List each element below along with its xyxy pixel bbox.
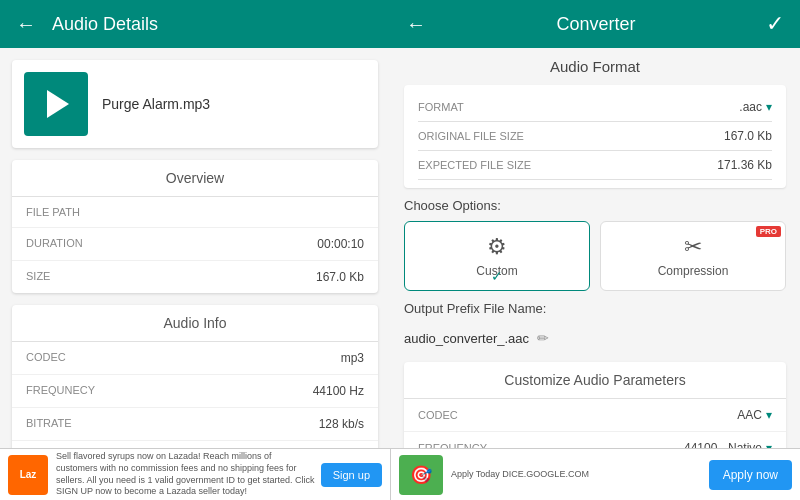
customize-section: Customize Audio Parameters CODEC AAC ▾ F… <box>404 362 786 448</box>
bitrate-label: BITRATE <box>26 417 72 431</box>
bitrate-row: BITRATE 128 kb/s <box>12 408 378 441</box>
ad-image: 🎯 <box>399 455 443 495</box>
format-section: FORMAT .aac ▾ ORIGINAL FILE SIZE 167.0 K… <box>404 85 786 188</box>
left-ad-banner: Laz Sell flavored syrups now on Lazada! … <box>0 448 390 500</box>
play-button[interactable] <box>24 72 88 136</box>
frequency-param-value[interactable]: 44100 - Native ▾ <box>684 441 772 448</box>
original-size-row: ORIGINAL FILE SIZE 167.0 Kb <box>418 122 772 151</box>
frequency-param-text: 44100 - Native <box>684 441 762 448</box>
duration-value: 00:00:10 <box>317 237 364 251</box>
compression-label: Compression <box>658 264 729 278</box>
options-row: ⚙ Custom ✓ PRO ✂ Compression <box>404 221 786 291</box>
edit-filename-button[interactable]: ✏ <box>537 330 549 346</box>
frequency-row: FREQUNECY 44100 Hz <box>12 375 378 408</box>
apply-now-button[interactable]: Apply now <box>709 460 792 490</box>
format-row: FORMAT .aac ▾ <box>418 93 772 122</box>
right-ad-text: Apply Today DICE.GOOGLE.COM <box>451 469 709 481</box>
right-header: ← Converter ✓ <box>390 0 800 48</box>
original-size-label: ORIGINAL FILE SIZE <box>418 130 524 142</box>
right-content: Audio Format FORMAT .aac ▾ ORIGINAL FILE… <box>390 48 800 448</box>
pro-badge: PRO <box>756 226 781 237</box>
duration-label: DURATION <box>26 237 83 251</box>
overview-card: Overview FILE PATH DURATION 00:00:10 SIZ… <box>12 160 378 293</box>
frequency-value: 44100 Hz <box>313 384 364 398</box>
audio-info-title: Audio Info <box>12 305 378 342</box>
channel-row: CHANNEL stereo <box>12 441 378 448</box>
frequency-label: FREQUNECY <box>26 384 95 398</box>
output-filename-row: audio_converter_.aac ✏ <box>404 324 786 352</box>
format-value-text: .aac <box>739 100 762 114</box>
expected-size-row: EXPECTED FILE SIZE 171.36 Kb <box>418 151 772 180</box>
right-back-button[interactable]: ← <box>406 13 426 36</box>
codec-label: CODEC <box>26 351 66 365</box>
audio-preview-card: Purge Alarm.mp3 <box>12 60 378 148</box>
frequency-param-row: FREQUENCY 44100 - Native ▾ <box>404 432 786 448</box>
size-row: SIZE 167.0 Kb <box>12 261 378 293</box>
format-label: FORMAT <box>418 101 464 113</box>
overview-title: Overview <box>12 160 378 197</box>
output-filename-text: audio_converter_.aac <box>404 331 529 346</box>
right-panel: ← Converter ✓ Audio Format FORMAT .aac ▾… <box>390 0 800 500</box>
codec-param-row: CODEC AAC ▾ <box>404 399 786 432</box>
left-panel-title: Audio Details <box>52 14 158 35</box>
ad-text: Sell flavored syrups now on Lazada! Reac… <box>56 451 315 498</box>
codec-param-text: AAC <box>737 408 762 422</box>
format-value[interactable]: .aac ▾ <box>739 100 772 114</box>
size-value: 167.0 Kb <box>316 270 364 284</box>
play-icon <box>47 90 69 118</box>
left-panel: ← Audio Details Purge Alarm.mp3 Overview… <box>0 0 390 500</box>
choose-options-label: Choose Options: <box>404 198 786 213</box>
output-prefix-label: Output Prefix File Name: <box>404 301 786 316</box>
duration-row: DURATION 00:00:10 <box>12 228 378 261</box>
left-content: Purge Alarm.mp3 Overview FILE PATH DURAT… <box>0 48 390 448</box>
output-prefix-section: Output Prefix File Name: audio_converter… <box>404 301 786 352</box>
left-back-button[interactable]: ← <box>16 13 36 36</box>
compression-option[interactable]: PRO ✂ Compression <box>600 221 786 291</box>
custom-gear-icon: ⚙ <box>487 234 507 260</box>
expected-size-value: 171.36 Kb <box>717 158 772 172</box>
expected-size-label: EXPECTED FILE SIZE <box>418 159 531 171</box>
right-ad-banner: 🎯 Apply Today DICE.GOOGLE.COM Apply now <box>390 448 800 500</box>
original-size-value: 167.0 Kb <box>724 129 772 143</box>
signup-button[interactable]: Sign up <box>321 463 382 487</box>
size-label: SIZE <box>26 270 50 284</box>
codec-value: mp3 <box>341 351 364 365</box>
codec-row: CODEC mp3 <box>12 342 378 375</box>
frequency-dropdown-icon: ▾ <box>766 441 772 448</box>
audio-format-title: Audio Format <box>404 58 786 75</box>
compression-icon: ✂ <box>684 234 702 260</box>
custom-option[interactable]: ⚙ Custom ✓ <box>404 221 590 291</box>
audio-info-card: Audio Info CODEC mp3 FREQUNECY 44100 Hz … <box>12 305 378 448</box>
codec-dropdown-icon: ▾ <box>766 408 772 422</box>
format-dropdown-icon: ▾ <box>766 100 772 114</box>
custom-check-badge: ✓ <box>491 268 503 284</box>
audio-filename: Purge Alarm.mp3 <box>102 96 210 112</box>
customize-header: Customize Audio Parameters <box>404 362 786 399</box>
confirm-check-button[interactable]: ✓ <box>766 11 784 37</box>
file-path-label: FILE PATH <box>26 206 80 218</box>
file-path-row: FILE PATH <box>12 197 378 228</box>
codec-param-value[interactable]: AAC ▾ <box>737 408 772 422</box>
right-panel-title: Converter <box>556 14 635 35</box>
codec-param-label: CODEC <box>418 409 458 421</box>
ad-logo: Laz <box>8 455 48 495</box>
bitrate-value: 128 kb/s <box>319 417 364 431</box>
left-header: ← Audio Details <box>0 0 390 48</box>
